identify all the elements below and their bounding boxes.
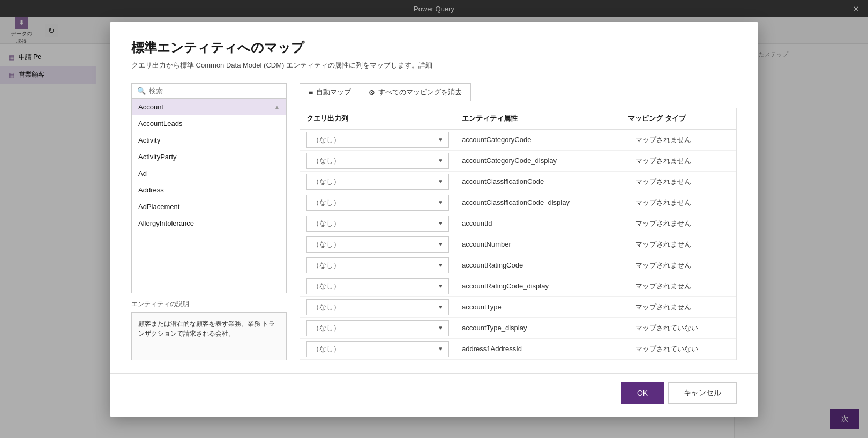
dropdown-cell-5: （なし）▼ xyxy=(300,234,455,255)
dropdown-value-7: （なし） xyxy=(312,281,340,291)
dropdown-value-8: （なし） xyxy=(312,302,340,312)
dropdown-value-4: （なし） xyxy=(312,219,340,228)
entity-label-accountleads: AccountLeads xyxy=(138,120,182,128)
dropdown-value-6: （なし） xyxy=(312,261,340,270)
attr-cell-9: accountType_display xyxy=(455,321,629,335)
dialog-main: 🔍 Account ▲ AccountLeads Activity xyxy=(131,83,737,360)
dropdown-value-0: （なし） xyxy=(312,135,340,145)
dropdown-10[interactable]: （なし）▼ xyxy=(306,341,449,357)
clear-all-label: すべてのマッピングを消去 xyxy=(378,87,462,97)
auto-map-button[interactable]: ≡ 自動マップ xyxy=(300,83,360,101)
dropdown-7[interactable]: （なし）▼ xyxy=(306,278,449,294)
dropdown-8[interactable]: （なし）▼ xyxy=(306,299,449,315)
attr-cell-0: accountCategoryCode xyxy=(455,132,629,147)
table-row: （なし）▼accountCategoryCodeマップされません xyxy=(300,130,736,151)
col-header-entity-attr: エンティティ属性 xyxy=(455,108,622,129)
mapping-cell-5: マップされません xyxy=(629,236,736,253)
dropdown-cell-7: （なし）▼ xyxy=(300,276,455,296)
dropdown-3[interactable]: （なし）▼ xyxy=(306,195,449,211)
entity-item-allergyintolerance[interactable]: AllergyIntolerance xyxy=(132,215,286,232)
table-body: （なし）▼accountCategoryCodeマップされません（なし）▼acc… xyxy=(300,130,736,360)
entity-label-activityparty: ActivityParty xyxy=(138,153,177,161)
dropdown-cell-10: （なし）▼ xyxy=(300,339,455,359)
col-header-mapping-type: マッピング タイプ xyxy=(622,108,729,129)
dialog-subtitle: クエリ出力から標準 Common Data Model (CDM) エンティティ… xyxy=(131,61,737,70)
table-row: （なし）▼accountClassificationCode_displayマッ… xyxy=(300,192,736,213)
chevron-down-icon: ▼ xyxy=(438,199,443,205)
entity-label-allergyintolerance: AllergyIntolerance xyxy=(138,219,194,227)
search-box: 🔍 xyxy=(131,83,287,99)
table-row: （なし）▼accountTypeマップされません xyxy=(300,297,736,318)
entity-item-activity[interactable]: Activity xyxy=(132,132,286,149)
mapping-cell-2: マップされません xyxy=(629,174,736,190)
dropdown-0[interactable]: （なし）▼ xyxy=(306,132,449,148)
dropdown-2[interactable]: （なし）▼ xyxy=(306,174,449,190)
mapping-cell-0: マップされません xyxy=(629,132,736,148)
dropdown-6[interactable]: （なし）▼ xyxy=(306,257,449,273)
clear-all-button[interactable]: ⊗ すべてのマッピングを消去 xyxy=(360,83,471,101)
mapping-cell-7: マップされません xyxy=(629,278,736,294)
mapping-cell-8: マップされません xyxy=(629,299,736,315)
dropdown-1[interactable]: （なし）▼ xyxy=(306,153,449,169)
entity-label-activity: Activity xyxy=(138,136,160,144)
dropdown-cell-1: （なし）▼ xyxy=(300,151,455,171)
auto-map-label: 自動マップ xyxy=(316,87,351,97)
cancel-button[interactable]: キャンセル xyxy=(668,382,737,404)
chevron-down-icon: ▼ xyxy=(438,179,443,184)
table-row: （なし）▼accountClassificationCodeマップされません xyxy=(300,172,736,192)
entity-description-label: エンティティの説明 xyxy=(131,300,287,309)
dropdown-cell-8: （なし）▼ xyxy=(300,297,455,317)
scroll-indicator: ▲ xyxy=(274,104,280,110)
col-header-scroll xyxy=(729,108,737,129)
table-row: （なし）▼accountCategoryCode_displayマップされません xyxy=(300,151,736,172)
attr-cell-3: accountClassificationCode_display xyxy=(455,195,629,210)
entity-label-ad: Ad xyxy=(138,169,147,177)
entity-item-ad[interactable]: Ad xyxy=(132,165,286,182)
entity-item-adplacement[interactable]: AdPlacement xyxy=(132,198,286,215)
search-input[interactable] xyxy=(149,87,281,95)
mapping-cell-3: マップされません xyxy=(629,195,736,211)
dropdown-value-3: （なし） xyxy=(312,198,340,207)
table-row: （なし）▼address1AddressIdマップされていない xyxy=(300,339,736,360)
dropdown-cell-6: （なし）▼ xyxy=(300,255,455,276)
table-row: （なし）▼accountNumberマップされません xyxy=(300,234,736,255)
dialog-body: 標準エンティティへのマップ クエリ出力から標準 Common Data Mode… xyxy=(110,22,758,373)
table-header: クエリ出力列 エンティティ属性 マッピング タイプ xyxy=(300,108,736,130)
dropdown-9[interactable]: （なし）▼ xyxy=(306,320,449,336)
dialog-title: 標準エンティティへのマップ xyxy=(131,39,737,56)
mapping-toolbar: ≡ 自動マップ ⊗ すべてのマッピングを消去 xyxy=(300,83,737,101)
mapping-cell-4: マップされません xyxy=(629,216,736,232)
entity-item-accountleads[interactable]: AccountLeads xyxy=(132,115,286,132)
attr-cell-6: accountRatingCode xyxy=(455,258,629,272)
entity-label-address: Address xyxy=(138,186,164,194)
dropdown-cell-0: （なし）▼ xyxy=(300,130,455,150)
dropdown-4[interactable]: （なし）▼ xyxy=(306,216,449,232)
attr-cell-5: accountNumber xyxy=(455,237,629,251)
chevron-down-icon: ▼ xyxy=(438,220,443,226)
mapping-cell-10: マップされていない xyxy=(629,341,736,357)
table-row: （なし）▼accountIdマップされません xyxy=(300,213,736,234)
ok-button[interactable]: OK xyxy=(621,382,664,404)
entity-description-section: エンティティの説明 顧客または潜在的な顧客を表す業務。業務 トランザクションで請… xyxy=(131,300,287,360)
left-panel: 🔍 Account ▲ AccountLeads Activity xyxy=(131,83,287,360)
entity-item-account[interactable]: Account ▲ xyxy=(132,99,286,115)
mapping-dialog: 標準エンティティへのマップ クエリ出力から標準 Common Data Mode… xyxy=(110,22,758,417)
chevron-down-icon: ▼ xyxy=(438,325,443,331)
table-row: （なし）▼accountRatingCode_displayマップされません xyxy=(300,276,736,297)
dialog-footer: OK キャンセル xyxy=(110,373,758,417)
attr-cell-4: accountId xyxy=(455,216,629,231)
entity-list: Account ▲ AccountLeads Activity Activity… xyxy=(131,99,287,293)
clear-all-icon: ⊗ xyxy=(369,88,375,96)
entity-item-activityparty[interactable]: ActivityParty xyxy=(132,149,286,165)
dropdown-5[interactable]: （なし）▼ xyxy=(306,236,449,253)
auto-map-icon: ≡ xyxy=(309,88,313,96)
dropdown-cell-2: （なし）▼ xyxy=(300,172,455,192)
table-row: （なし）▼accountRatingCodeマップされません xyxy=(300,255,736,276)
attr-cell-10: address1AddressId xyxy=(455,342,629,356)
dropdown-value-10: （なし） xyxy=(312,344,340,354)
entity-item-address[interactable]: Address xyxy=(132,182,286,198)
attr-cell-1: accountCategoryCode_display xyxy=(455,153,629,168)
entity-description-text: 顧客または潜在的な顧客を表す業務。業務 トランザクションで請求される会社。 xyxy=(131,312,287,360)
attr-cell-2: accountClassificationCode xyxy=(455,174,629,189)
dropdown-value-9: （なし） xyxy=(312,323,340,333)
